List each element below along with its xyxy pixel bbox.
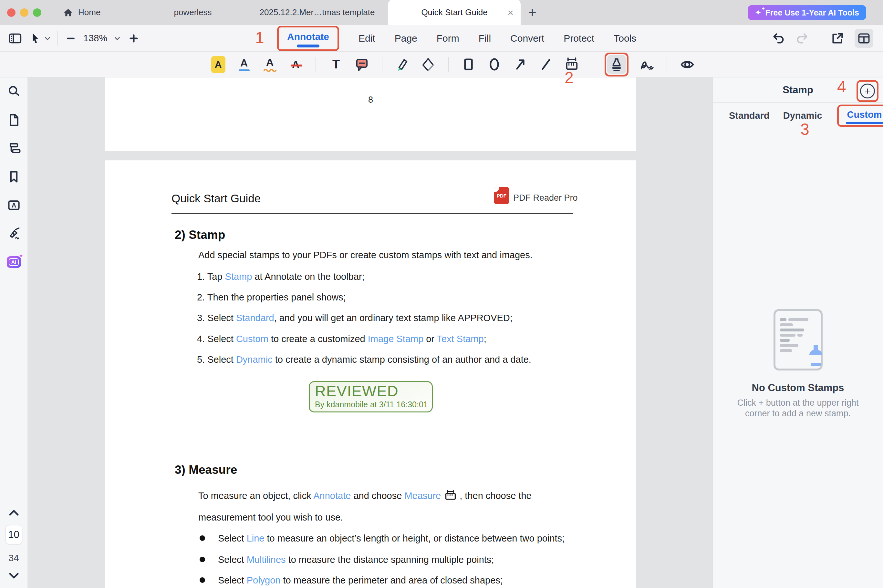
stamp-step: 5. Select Dynamic to create a dynamic st… bbox=[197, 354, 531, 365]
minimize-window-button[interactable] bbox=[20, 8, 29, 17]
tab-label: 2025.12.2.Mer…tmas template bbox=[260, 8, 375, 17]
undo-button[interactable] bbox=[770, 31, 785, 46]
menu-page[interactable]: Page bbox=[395, 33, 417, 44]
current-page-input[interactable]: 10 bbox=[6, 525, 22, 544]
page-thumbnails-icon bbox=[7, 113, 21, 127]
next-page-button[interactable] bbox=[8, 572, 20, 580]
annotations-list-button[interactable]: A bbox=[7, 198, 21, 212]
highlight-tool-button[interactable]: A bbox=[211, 54, 226, 75]
tab-home[interactable]: Home bbox=[49, 0, 140, 25]
document-title: Quick Start Guide bbox=[171, 192, 261, 205]
eraser-tool-button[interactable] bbox=[421, 54, 436, 75]
pencil-tool-button[interactable] bbox=[395, 54, 410, 75]
total-pages: 34 bbox=[8, 553, 19, 564]
ai-tools-sidebar-button[interactable]: AI bbox=[7, 255, 21, 269]
measure-bullet: Select Polygon to measure the perimeter … bbox=[200, 575, 503, 586]
zoom-level: 138% bbox=[83, 33, 107, 44]
callout-number-2: 2 bbox=[564, 70, 574, 86]
search-icon bbox=[7, 84, 21, 99]
stamp-tool-button[interactable] bbox=[607, 55, 626, 74]
measure-section-heading: 3) Measure bbox=[175, 463, 237, 477]
tab-dynamic[interactable]: Dynamic bbox=[783, 110, 822, 121]
traffic-lights bbox=[0, 8, 49, 17]
add-stamp-button[interactable]: + bbox=[860, 84, 875, 98]
callout-box-add-stamp: + bbox=[856, 80, 878, 102]
arrow-tool-button[interactable] bbox=[513, 54, 528, 75]
zoom-out-button[interactable] bbox=[65, 32, 77, 45]
stamp-intro: Add special stamps to your PDFs or creat… bbox=[198, 250, 533, 260]
zoom-window-button[interactable] bbox=[33, 8, 41, 17]
plus-icon: + bbox=[865, 86, 871, 96]
tab-quick-start-guide[interactable]: Quick Start Guide × bbox=[388, 0, 520, 25]
ai-tools-button[interactable]: ✦ Free Use 1-Year AI Tools bbox=[748, 5, 866, 20]
ellipse-tool-button[interactable] bbox=[487, 54, 502, 75]
thumbnails-button[interactable] bbox=[7, 113, 21, 127]
signature-icon bbox=[639, 57, 655, 72]
zoom-dropdown-chevron-icon[interactable] bbox=[114, 35, 121, 42]
chevron-down-icon bbox=[44, 35, 51, 42]
cursor-icon bbox=[29, 31, 42, 45]
select-tool-dropdown[interactable] bbox=[29, 31, 51, 45]
measure-intro-line2: measurement tool you wish to use. bbox=[198, 512, 343, 523]
stamp-section-heading: 2) Stamp bbox=[175, 228, 225, 242]
sidebar-toggle-button[interactable] bbox=[8, 31, 23, 46]
visibility-tool-button[interactable] bbox=[680, 54, 695, 75]
toolbar-right-actions bbox=[770, 25, 873, 51]
callout-number-3: 3 bbox=[800, 122, 809, 138]
mode-menu: Annotate Edit Page Form Fill Convert Pro… bbox=[277, 25, 636, 51]
menu-edit[interactable]: Edit bbox=[358, 33, 375, 44]
properties-panel-toggle-button[interactable] bbox=[854, 29, 873, 48]
search-button[interactable] bbox=[7, 84, 21, 99]
underline-tool-button[interactable]: A bbox=[236, 54, 251, 75]
new-tab-button[interactable]: + bbox=[525, 4, 539, 21]
text-tool-button[interactable]: T bbox=[328, 54, 344, 75]
pdf-reader-pro-logo-icon: PDF bbox=[494, 187, 509, 204]
reviewed-stamp-subtitle: By kdanmobile at 3/11 16:30:01 bbox=[315, 400, 432, 409]
menu-annotate[interactable]: Annotate bbox=[277, 26, 339, 51]
strikethrough-tool-button[interactable]: A bbox=[288, 54, 303, 75]
menu-protect[interactable]: Protect bbox=[564, 33, 594, 44]
pdf-reader-pro-window: Home powerless 2025.12.2.Mer…tmas templa… bbox=[0, 0, 883, 588]
reviewed-stamp-preview: REVIEWED By kdanmobile at 3/11 16:30:01 bbox=[309, 381, 433, 412]
reviewed-stamp-title: REVIEWED bbox=[315, 383, 432, 399]
callout-number-4: 4 bbox=[837, 79, 846, 95]
note-icon bbox=[354, 57, 370, 72]
stamp-icon bbox=[609, 57, 624, 72]
left-sidebar: A AI 10 34 bbox=[0, 78, 28, 588]
line-tool-button[interactable] bbox=[539, 54, 554, 75]
signature-tool-button[interactable] bbox=[639, 54, 654, 75]
menu-form[interactable]: Form bbox=[437, 33, 459, 44]
close-window-button[interactable] bbox=[7, 8, 15, 17]
inline-measure-icon bbox=[444, 490, 457, 501]
tab-label: powerless bbox=[174, 8, 212, 17]
previous-page-button[interactable] bbox=[8, 509, 20, 517]
divider bbox=[316, 57, 316, 72]
zoom-in-button[interactable] bbox=[127, 32, 140, 45]
line-icon bbox=[539, 57, 554, 72]
note-tool-button[interactable] bbox=[354, 54, 370, 75]
outline-button[interactable] bbox=[7, 141, 21, 156]
pencil-icon bbox=[395, 57, 410, 72]
no-stamps-illustration bbox=[773, 309, 823, 370]
redo-button[interactable] bbox=[795, 31, 810, 46]
close-tab-icon[interactable]: × bbox=[507, 8, 513, 18]
menu-tools[interactable]: Tools bbox=[614, 33, 636, 44]
tab-custom[interactable]: Custom bbox=[847, 110, 882, 120]
menu-fill[interactable]: Fill bbox=[478, 33, 491, 44]
document-view[interactable]: 8 Quick Start Guide PDF PDF Reader Pro 2… bbox=[28, 78, 713, 588]
signature-panel-button[interactable] bbox=[7, 226, 21, 241]
menu-convert[interactable]: Convert bbox=[510, 33, 544, 44]
tab-template[interactable]: 2025.12.2.Mer…tmas template bbox=[246, 0, 388, 25]
rectangle-tool-button[interactable] bbox=[461, 54, 476, 75]
squiggly-tool-button[interactable]: A bbox=[262, 54, 277, 75]
sparkle-icon: ✦ bbox=[755, 9, 761, 16]
tab-powerless[interactable]: powerless bbox=[140, 0, 246, 25]
bookmark-icon bbox=[7, 170, 21, 184]
tab-standard[interactable]: Standard bbox=[729, 110, 770, 121]
bullet-dot bbox=[200, 557, 205, 562]
divider bbox=[666, 57, 667, 72]
share-button[interactable] bbox=[830, 31, 845, 46]
stamp-type-tabs: Standard Dynamic Custom bbox=[713, 103, 883, 129]
bookmarks-button[interactable] bbox=[7, 170, 21, 184]
rectangle-icon bbox=[461, 57, 476, 72]
